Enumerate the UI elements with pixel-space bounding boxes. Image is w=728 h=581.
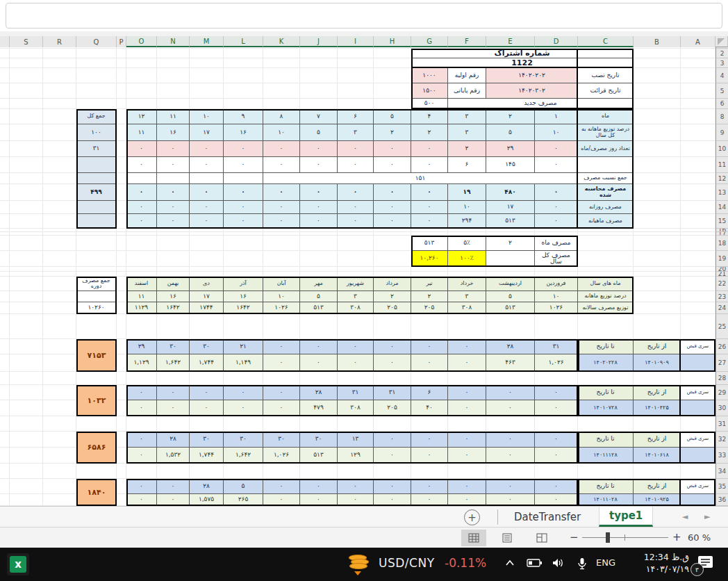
cell-C15[interactable]: مصرف ماهیانه	[578, 214, 634, 229]
page-break-view-button[interactable]	[529, 530, 554, 546]
cell-H10[interactable]: ۰	[374, 141, 411, 157]
cell-N9[interactable]: ۱۶	[157, 124, 190, 141]
cell-N33[interactable]: ۱,۵۳۲	[157, 448, 190, 464]
row-header-21[interactable]: 21	[716, 272, 728, 277]
cell-O22[interactable]: اسفند	[126, 277, 157, 291]
sheet-tab-type1[interactable]: type1	[599, 507, 653, 527]
cell-D13[interactable]: ۰	[535, 184, 578, 201]
cell-E14[interactable]: ۱۷	[486, 201, 535, 214]
cell-K26[interactable]: ۰	[263, 339, 300, 354]
cell-L32[interactable]: ۳۰	[224, 432, 263, 448]
cell-J23[interactable]: ۵	[300, 291, 338, 302]
row-header-31[interactable]: 31	[716, 416, 728, 432]
cell-L27[interactable]: ۱,۱۴۹	[224, 354, 263, 372]
cell-C9[interactable]: درصد توزیع ماهانه به کل سال	[578, 124, 634, 141]
cell-C36[interactable]: ۱۴۰۱۱۰۲۸	[578, 494, 634, 506]
cell-G13[interactable]: ۰	[411, 184, 448, 201]
cell-L24[interactable]: ۱۶۴۲	[224, 302, 263, 314]
cell-C27[interactable]: ۱۴۰۲۰۲۲۸	[578, 354, 634, 372]
row-header-22[interactable]: 22	[716, 277, 728, 291]
column-header-G[interactable]: G	[411, 36, 448, 47]
cell-O14[interactable]: ۰	[126, 201, 157, 214]
cell-K36[interactable]: ۰	[263, 494, 300, 506]
cell-Q29[interactable]: ۱۰۳۲	[76, 385, 117, 416]
row-header-18[interactable]: 18	[716, 236, 728, 251]
cell-H23[interactable]: ۲	[374, 291, 411, 302]
cell-J11[interactable]: ۰	[300, 157, 338, 173]
cell-E30[interactable]: ۰	[486, 400, 535, 416]
cell-E13[interactable]: ۴۸۰	[486, 184, 535, 201]
cell-G9[interactable]: ۲	[411, 124, 448, 141]
cell-J8[interactable]: ۷	[300, 109, 338, 124]
cell-F24[interactable]: ۳۰۸	[448, 302, 486, 314]
cell-M36[interactable]: ۱,۵۷۵	[190, 494, 224, 506]
row-header-28[interactable]: 28	[716, 372, 728, 385]
cell-M33[interactable]: ۱,۷۴۴	[190, 448, 224, 464]
cell-E5[interactable]: ۱۴۰۲۰۳۰۲	[486, 83, 578, 99]
row-header-5[interactable]: 5	[716, 83, 728, 99]
column-header-N[interactable]: N	[157, 36, 190, 47]
cell-M35[interactable]: ۲۸	[190, 479, 224, 494]
cell-H9[interactable]: ۲	[374, 124, 411, 141]
cell-A26[interactable]: سری قبض	[681, 339, 715, 354]
cell-B29[interactable]: از تاریخ	[634, 385, 681, 400]
cell-G11[interactable]: ۰	[411, 157, 448, 173]
cell-G5[interactable]: ۱۵۰۰	[411, 83, 448, 99]
cell-L22[interactable]: آذر	[224, 277, 263, 291]
cell-J32[interactable]: ۳۰	[300, 432, 338, 448]
cell-F19[interactable]: ۱۰۰٪	[448, 251, 486, 267]
cell-C8[interactable]: ماه	[578, 109, 634, 124]
cell-E15[interactable]: ۵۱۳	[486, 214, 535, 229]
cell-Q22[interactable]: جمع مصرف دوره	[76, 277, 117, 291]
cell-D22[interactable]: فروردین	[535, 277, 578, 291]
cell-J14[interactable]: ۰	[300, 201, 338, 214]
cell-I24[interactable]: ۳۰۸	[338, 302, 374, 314]
cell-M12[interactable]	[190, 173, 224, 184]
cell-M24[interactable]: ۱۷۴۴	[190, 302, 224, 314]
cell-C24[interactable]: توزیع مصرف سالانه	[578, 302, 634, 314]
cell-E36[interactable]: ۰	[486, 494, 535, 506]
cell-J36[interactable]: ۰	[300, 494, 338, 506]
column-header-O[interactable]: O	[126, 36, 157, 47]
cell-L33[interactable]: ۱,۶۴۲	[224, 448, 263, 464]
cell-G26[interactable]: ۰	[411, 339, 448, 354]
cell-M15[interactable]: ۰	[190, 214, 224, 229]
cell-D8[interactable]: ۱	[535, 109, 578, 124]
cell-O10[interactable]: ۰	[126, 141, 157, 157]
cell-M13[interactable]: ۰	[190, 184, 224, 201]
cell-N13[interactable]: ۰	[157, 184, 190, 201]
cell-G29[interactable]: ۶	[411, 385, 448, 400]
cell-E32[interactable]: ۰	[486, 432, 535, 448]
cell-G8[interactable]: ۴	[411, 109, 448, 124]
cell-C11[interactable]	[578, 157, 634, 173]
cell-C22[interactable]: ماه های سال	[578, 277, 634, 291]
row-header-11[interactable]: 11	[716, 157, 728, 173]
cell-Q32[interactable]: ۶۵۸۶	[76, 432, 117, 464]
cell-N27[interactable]: ۱,۶۴۲	[157, 354, 190, 372]
row-header-10[interactable]: 10	[716, 141, 728, 157]
cell-F15[interactable]: ۲۹۴	[448, 214, 486, 229]
cell-J9[interactable]: ۵	[300, 124, 338, 141]
cell-A27[interactable]	[681, 354, 715, 372]
cell-H8[interactable]: ۵	[374, 109, 411, 124]
row-header-20[interactable]: 20	[716, 267, 728, 272]
cell-F27[interactable]: ۰	[448, 354, 486, 372]
cell-E26[interactable]: ۲۸	[486, 339, 535, 354]
cell-I14[interactable]: ۰	[338, 201, 374, 214]
cell-I36[interactable]: ۰	[338, 494, 374, 506]
cell-E10[interactable]: ۲۹	[486, 141, 535, 157]
cell-C29[interactable]: تا تاریخ	[578, 385, 634, 400]
cell-O23[interactable]: ۱۱	[126, 291, 157, 302]
cell-J24[interactable]: ۵۱۳	[300, 302, 338, 314]
cell-C26[interactable]: تا تاریخ	[578, 339, 634, 354]
cell-F8[interactable]: ۳	[448, 109, 486, 124]
cell-H11[interactable]: ۰	[374, 157, 411, 173]
cell-D15[interactable]: ۰	[535, 214, 578, 229]
zoom-slider-handle[interactable]	[606, 532, 610, 543]
cell-K22[interactable]: آبان	[263, 277, 300, 291]
row-header-25[interactable]: 25	[716, 314, 728, 339]
cell-D26[interactable]: ۳۱	[535, 339, 578, 354]
cell-O36[interactable]: ۰	[126, 494, 157, 506]
cell-F6[interactable]: مصرف جدید	[448, 99, 634, 109]
cell-C23[interactable]: درصد توزیع ماهانه	[578, 291, 634, 302]
